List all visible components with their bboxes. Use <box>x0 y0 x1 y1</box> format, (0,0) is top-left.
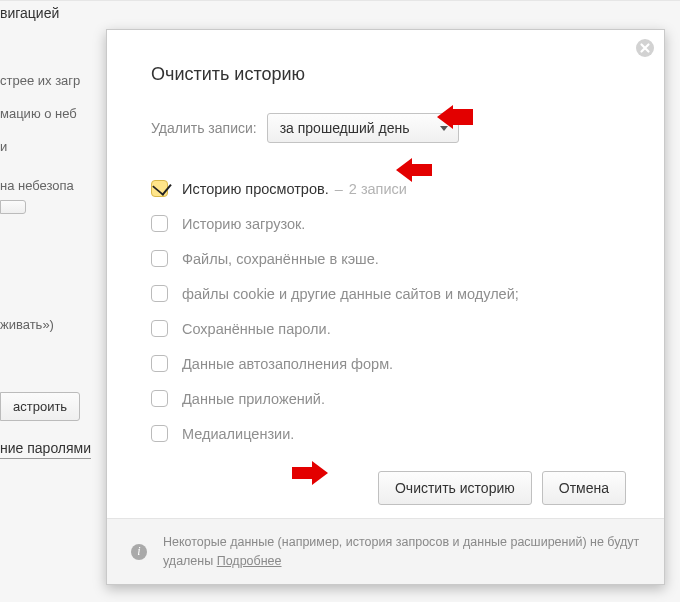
option-autofill-data: Данные автозаполнения форм. <box>151 346 626 381</box>
checkbox-download-history[interactable] <box>151 215 168 232</box>
dialog-footer: i Некоторые данные (например, история за… <box>107 518 664 584</box>
option-browsing-history: Историю просмотров. – 2 записи <box>151 171 626 206</box>
period-label: Удалить записи: <box>151 120 257 136</box>
info-icon: i <box>131 544 147 560</box>
period-value: за прошедший день <box>280 120 410 136</box>
clear-history-dialog: Очистить историю Удалить записи: за прош… <box>106 29 665 585</box>
bg-text-4: на небезопа <box>0 178 74 193</box>
option-count: 2 записи <box>349 181 407 197</box>
bg-text-3: и <box>0 139 7 154</box>
option-label[interactable]: файлы cookie и другие данные сайтов и мо… <box>182 286 519 302</box>
option-download-history: Историю загрузок. <box>151 206 626 241</box>
period-row: Удалить записи: за прошедший день <box>151 113 626 143</box>
checkbox-cached-files[interactable] <box>151 250 168 267</box>
bg-text-5: живать») <box>0 317 54 332</box>
chevron-down-icon <box>440 126 448 131</box>
dialog-title: Очистить историю <box>151 64 626 85</box>
bg-text-1: стрее их загр <box>0 73 80 88</box>
checkbox-autofill-data[interactable] <box>151 355 168 372</box>
options-list: Историю просмотров. – 2 записи Историю з… <box>151 171 626 451</box>
checkbox-browsing-history[interactable] <box>151 180 168 197</box>
bg-link-passwords[interactable]: ние паролями <box>0 440 91 459</box>
option-label[interactable]: Медиалицензии. <box>182 426 294 442</box>
option-saved-passwords: Сохранённые пароли. <box>151 311 626 346</box>
dialog-buttons: Очистить историю Отмена <box>107 457 664 505</box>
footer-text: Некоторые данные (например, история запр… <box>163 533 646 569</box>
bg-configure-button[interactable]: астроить <box>0 392 80 421</box>
option-app-data: Данные приложений. <box>151 381 626 416</box>
bg-text-2: мацию о неб <box>0 106 77 121</box>
period-select[interactable]: за прошедший день <box>267 113 459 143</box>
checkbox-media-licenses[interactable] <box>151 425 168 442</box>
option-label[interactable]: Сохранённые пароли. <box>182 321 331 337</box>
option-cookies: файлы cookie и другие данные сайтов и мо… <box>151 276 626 311</box>
bg-tab: вигацией <box>0 5 59 21</box>
option-label[interactable]: Историю просмотров. <box>182 181 329 197</box>
option-cached-files: Файлы, сохранённые в кэше. <box>151 241 626 276</box>
option-label[interactable]: Историю загрузок. <box>182 216 305 232</box>
learn-more-link[interactable]: Подробнее <box>217 554 282 568</box>
checkbox-app-data[interactable] <box>151 390 168 407</box>
bg-button-partial[interactable] <box>0 200 26 214</box>
checkbox-saved-passwords[interactable] <box>151 320 168 337</box>
option-label[interactable]: Данные приложений. <box>182 391 325 407</box>
option-media-licenses: Медиалицензии. <box>151 416 626 451</box>
clear-history-button[interactable]: Очистить историю <box>378 471 532 505</box>
option-label[interactable]: Файлы, сохранённые в кэше. <box>182 251 379 267</box>
close-button[interactable] <box>636 39 654 57</box>
checkbox-cookies[interactable] <box>151 285 168 302</box>
cancel-button[interactable]: Отмена <box>542 471 626 505</box>
close-icon <box>636 39 654 57</box>
option-label[interactable]: Данные автозаполнения форм. <box>182 356 393 372</box>
